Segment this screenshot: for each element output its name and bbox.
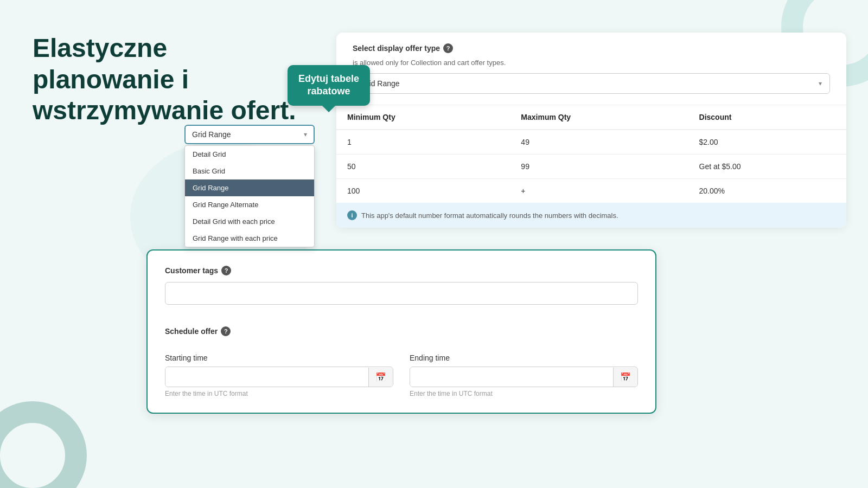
calendar-icon: 📅 [375, 373, 386, 382]
display-offer-section: Select display offer type ? is allowed o… [336, 33, 846, 105]
schedule-help-icon: ? [221, 326, 231, 336]
col-max-qty: Maximum Qty [510, 105, 688, 130]
col-min-qty: Minimum Qty [336, 105, 510, 130]
starting-time-input[interactable] [165, 367, 368, 387]
ending-calendar-button[interactable]: 📅 [613, 368, 637, 387]
table-row: 50 99 Get at $5.00 [336, 155, 846, 179]
chevron-down-icon: ▾ [304, 131, 307, 138]
tooltip-badge: Edytuj tabele rabatowe [288, 65, 370, 106]
customer-tags-label: Customer tags ? [165, 266, 638, 275]
max-qty-1: 49 [510, 130, 688, 155]
hero-section: Elastyczne planowanie i wstrzymywanie of… [33, 33, 304, 126]
starting-time-col: Starting time 📅 Enter the time in UTC fo… [165, 354, 393, 397]
min-qty-2: 50 [336, 155, 510, 179]
info-notice: i This app's default number format autom… [336, 203, 846, 228]
customer-tags-help-icon: ? [221, 266, 231, 275]
min-qty-3: 100 [336, 179, 510, 203]
main-panel: Select display offer type ? is allowed o… [336, 33, 846, 228]
discount-2: Get at $5.00 [688, 155, 846, 179]
table-row: 100 + 20.00% [336, 179, 846, 203]
dropdown-widget[interactable]: Grid Range ▾ Detail Grid Basic Grid Grid… [184, 125, 315, 247]
customer-tags-input[interactable] [165, 282, 638, 305]
option-basic-grid[interactable]: Basic Grid [185, 163, 314, 179]
schedule-offer-label-wrapper: Schedule offer ? [165, 326, 638, 343]
ending-time-col: Ending time 📅 Enter the time in UTC form… [410, 354, 638, 397]
option-grid-range[interactable]: Grid Range [185, 179, 314, 196]
table-row: 1 49 $2.00 [336, 130, 846, 155]
col-discount: Discount [688, 105, 846, 130]
info-icon: i [347, 210, 357, 220]
starting-calendar-button[interactable]: 📅 [368, 368, 393, 387]
discount-table: Minimum Qty Maximum Qty Discount 1 49 $2… [336, 105, 846, 203]
time-fields-row: Starting time 📅 Enter the time in UTC fo… [165, 354, 638, 397]
option-grid-range-each-price[interactable]: Grid Range with each price [185, 230, 314, 247]
ending-time-label: Ending time [410, 354, 638, 362]
help-icon: ? [443, 43, 453, 53]
table-header-row: Minimum Qty Maximum Qty Discount [336, 105, 846, 130]
display-offer-label: Select display offer type ? [353, 43, 830, 53]
chevron-down-icon-2: ▾ [819, 80, 822, 87]
starting-time-hint: Enter the time in UTC format [165, 390, 393, 397]
ending-time-hint: Enter the time in UTC format [410, 390, 638, 397]
option-detail-grid[interactable]: Detail Grid [185, 146, 314, 163]
max-qty-2: 99 [510, 155, 688, 179]
grid-range-select[interactable]: Grid Range ▾ [353, 73, 830, 94]
max-qty-3: + [510, 179, 688, 203]
min-qty-1: 1 [336, 130, 510, 155]
schedule-row: Schedule offer ? [165, 316, 638, 343]
option-detail-grid-each-price[interactable]: Detail Grid with each price [185, 213, 314, 230]
bg-circle-bottom-left [0, 401, 87, 488]
grid-type-select[interactable]: Grid Range ▾ [184, 125, 315, 144]
ending-time-input[interactable] [410, 367, 613, 387]
info-text: is allowed only for Collection and cart … [353, 59, 830, 67]
option-grid-range-alternate[interactable]: Grid Range Alternate [185, 196, 314, 213]
discount-3: 20.00% [688, 179, 846, 203]
starting-time-wrapper: 📅 [165, 367, 393, 387]
starting-time-label: Starting time [165, 354, 393, 362]
discount-1: $2.00 [688, 130, 846, 155]
hero-title: Elastyczne planowanie i wstrzymywanie of… [33, 33, 304, 126]
bottom-panel: Customer tags ? Schedule offer ? Startin… [146, 249, 656, 414]
calendar-icon-2: 📅 [620, 373, 631, 382]
schedule-offer-label: Schedule offer ? [165, 326, 638, 336]
ending-time-wrapper: 📅 [410, 367, 638, 387]
dropdown-options-list: Detail Grid Basic Grid Grid Range Grid R… [184, 145, 315, 247]
